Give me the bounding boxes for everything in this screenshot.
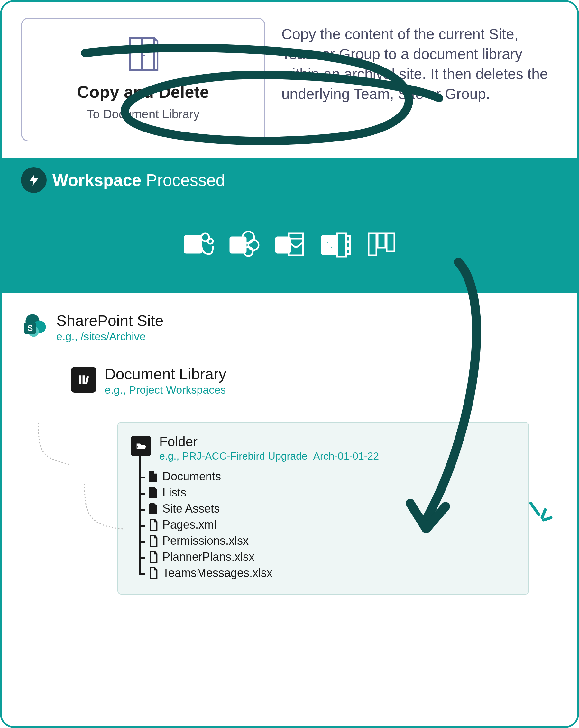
item-label: Lists: [162, 486, 186, 499]
site-title: SharePoint Site: [56, 312, 164, 330]
copy-delete-icon: [125, 35, 161, 75]
svg-rect-23: [387, 233, 394, 252]
banner-title-bold: Workspace: [52, 171, 142, 189]
archive-tree: S SharePoint Site e.g., /sites/Archive: [2, 293, 577, 607]
file-item-icon: [148, 550, 158, 563]
document-library-icon: [69, 365, 98, 394]
banner-title: Workspace Processed: [52, 171, 225, 190]
folder-example: e.g., PRJ-ACC-Firebird Upgrade_Arch-01-0…: [159, 450, 379, 462]
svg-rect-0: [130, 38, 142, 70]
svg-text:S: S: [234, 239, 242, 251]
list-item: TeamsMessages.xlsx: [148, 565, 518, 581]
accent-sparkle-icon: [526, 500, 555, 526]
diagram-frame: Copy and Delete To Document Library Copy…: [0, 0, 579, 728]
tree-connector-1: [35, 423, 74, 468]
outlook-icon: O: [273, 228, 306, 260]
svg-text:T: T: [190, 238, 197, 251]
file-item-icon: [148, 518, 158, 531]
action-card: Copy and Delete To Document Library: [21, 18, 266, 141]
list-item: PlannerPlans.xlsx: [148, 549, 518, 565]
folder-contents: Documents Lists Site Assets Pages.xml Pe…: [148, 468, 518, 581]
planner-icon: [365, 228, 397, 260]
svg-rect-19: [346, 242, 350, 248]
folder-icon: [129, 434, 153, 458]
tree-connector-2: [81, 484, 126, 532]
library-title: Document Library: [104, 365, 226, 383]
svg-rect-18: [346, 236, 350, 241]
sharepoint-site-icon: S: [21, 312, 50, 341]
list-item: Lists: [148, 485, 518, 501]
item-label: Site Assets: [162, 502, 220, 516]
item-label: Pages.xml: [162, 518, 217, 531]
description-text: Copy the content of the current Site, Te…: [278, 18, 558, 141]
site-example: e.g., /sites/Archive: [56, 330, 164, 343]
folder-item-icon: [148, 486, 158, 499]
item-label: Documents: [162, 470, 221, 483]
sharepoint-icon: S: [228, 228, 260, 260]
banner-title-light: Processed: [146, 171, 225, 189]
card-subtitle: To Document Library: [87, 107, 200, 121]
banner-header: Workspace Processed: [21, 167, 558, 193]
svg-text:S: S: [27, 323, 33, 333]
document-library-node: Document Library e.g., Project Workspace…: [69, 365, 558, 396]
folder-title: Folder: [159, 434, 379, 449]
svg-text:N: N: [326, 239, 333, 251]
svg-rect-17: [337, 233, 346, 257]
svg-rect-30: [83, 375, 85, 384]
list-item: Site Assets: [148, 501, 518, 517]
svg-rect-20: [346, 249, 350, 254]
teams-icon: T: [182, 228, 214, 260]
card-title: Copy and Delete: [77, 82, 209, 102]
top-section: Copy and Delete To Document Library Copy…: [2, 2, 577, 158]
item-label: Permissions.xlsx: [162, 534, 249, 548]
list-item: Pages.xml: [148, 517, 518, 533]
svg-rect-29: [79, 375, 81, 384]
svg-text:O: O: [279, 239, 287, 251]
item-label: PlannerPlans.xlsx: [162, 550, 254, 564]
list-item: Permissions.xlsx: [148, 533, 518, 549]
svg-rect-21: [369, 233, 376, 255]
file-item-icon: [148, 535, 158, 547]
folder-item-icon: [148, 470, 158, 483]
svg-point-5: [208, 239, 213, 244]
svg-rect-1: [142, 38, 154, 70]
svg-rect-22: [378, 233, 385, 248]
bolt-badge: [21, 167, 47, 193]
folder-item-icon: [148, 502, 158, 515]
file-item-icon: [148, 567, 158, 579]
svg-rect-31: [85, 376, 89, 384]
onenote-icon: N: [319, 228, 351, 260]
list-item: Documents: [148, 468, 518, 485]
folder-node: Folder e.g., PRJ-ACC-Firebird Upgrade_Ar…: [118, 422, 529, 595]
workspace-banner: Workspace Processed T S: [2, 158, 577, 293]
item-label: TeamsMessages.xlsx: [162, 566, 273, 580]
app-icon-row: T S O: [21, 203, 558, 270]
sharepoint-site-node: S SharePoint Site e.g., /sites/Archive: [21, 312, 558, 343]
library-example: e.g., Project Workspaces: [104, 384, 226, 396]
